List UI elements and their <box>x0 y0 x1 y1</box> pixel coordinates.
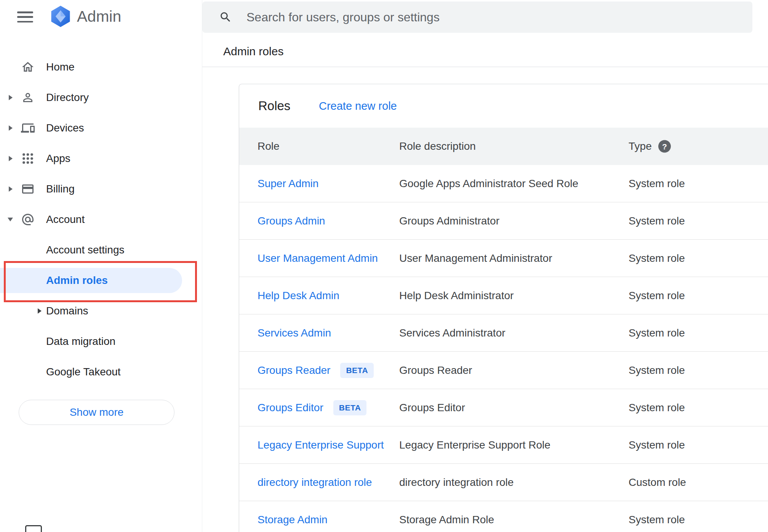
sidebar-item-admin-roles[interactable]: Admin roles <box>0 265 202 296</box>
role-description: Services Administrator <box>399 327 506 339</box>
sidebar-item-label: Account <box>46 213 85 226</box>
partial-bottom-icon <box>25 525 42 532</box>
chevron-right-icon <box>38 308 42 314</box>
role-type: System role <box>629 290 685 302</box>
role-description: Groups Reader <box>399 364 472 377</box>
role-link[interactable]: directory integration role <box>258 476 372 489</box>
role-description: Legacy Enterprise Support Role <box>399 439 550 451</box>
column-header-type: Type <box>629 140 652 152</box>
role-type: Custom role <box>629 476 686 489</box>
role-description: directory integration role <box>399 476 514 489</box>
sidebar-item-label: Apps <box>46 152 70 165</box>
role-type: System role <box>629 364 685 377</box>
help-icon[interactable] <box>658 140 671 153</box>
table-row: Groups EditorBETA Groups Editor System r… <box>239 389 768 426</box>
chevron-down-icon <box>8 218 13 221</box>
home-icon <box>21 60 35 74</box>
table-header-row: Role Role description Type <box>239 128 768 165</box>
role-description: Google Apps Administrator Seed Role <box>399 178 578 190</box>
sidebar-item-data-migration[interactable]: Data migration <box>0 326 202 357</box>
role-type: System role <box>629 178 685 190</box>
page-title: Admin roles <box>223 45 283 58</box>
column-header-description: Role description <box>399 140 476 152</box>
role-description: User Management Administrator <box>399 252 552 264</box>
role-link[interactable]: Groups Admin <box>258 215 325 227</box>
table-row: Legacy Enterprise Support Legacy Enterpr… <box>239 426 768 464</box>
table-row: Storage Admin Storage Admin Role System … <box>239 501 768 532</box>
role-description: Groups Editor <box>399 402 465 414</box>
hamburger-menu-button[interactable] <box>17 11 33 22</box>
role-link[interactable]: Help Desk Admin <box>258 290 339 302</box>
chevron-right-icon <box>9 95 13 100</box>
role-link[interactable]: Super Admin <box>258 178 318 190</box>
person-icon <box>21 91 35 104</box>
beta-badge: BETA <box>333 400 367 415</box>
sidebar: Admin Home Directory De <box>0 0 202 532</box>
search-input[interactable] <box>246 2 734 33</box>
role-type: System role <box>629 327 685 339</box>
menu-icon <box>17 11 33 13</box>
sidebar-item-google-takeout[interactable]: Google Takeout <box>0 357 202 387</box>
sidebar-header: Admin <box>0 0 202 34</box>
show-more-button[interactable]: Show more <box>19 400 174 425</box>
sidebar-item-devices[interactable]: Devices <box>0 113 202 143</box>
sidebar-item-label: Directory <box>46 91 89 104</box>
role-description: Storage Admin Role <box>399 514 494 526</box>
beta-badge: BETA <box>340 363 374 378</box>
at-sign-icon <box>21 213 35 226</box>
table-row: Help Desk Admin Help Desk Administrator … <box>239 277 768 314</box>
panel-title: Roles <box>258 99 290 113</box>
table-row: Groups ReaderBETA Groups Reader System r… <box>239 352 768 389</box>
table-row: Groups Admin Groups Administrator System… <box>239 202 768 240</box>
sidebar-item-label: Admin roles <box>46 274 108 287</box>
role-type: System role <box>629 402 685 414</box>
admin-logo-icon <box>48 4 73 29</box>
sidebar-item-label: Billing <box>46 183 75 195</box>
column-header-role: Role <box>258 140 280 152</box>
admin-console-screen: Admin Home Directory De <box>0 0 768 532</box>
role-link[interactable]: Groups Reader <box>258 364 330 377</box>
table-row: Services Admin Services Administrator Sy… <box>239 314 768 352</box>
sidebar-item-directory[interactable]: Directory <box>0 82 202 113</box>
create-new-role-link[interactable]: Create new role <box>319 100 397 112</box>
sidebar-item-label: Account settings <box>46 244 124 256</box>
sidebar-item-label: Google Takeout <box>46 366 121 378</box>
sidebar-item-label: Home <box>46 61 75 73</box>
search-bar <box>202 2 752 33</box>
roles-panel-header: Roles Create new role <box>239 84 768 128</box>
chevron-right-icon <box>9 186 13 192</box>
table-row: User Management Admin User Management Ad… <box>239 240 768 277</box>
chevron-right-icon <box>9 156 13 161</box>
sidebar-item-label: Domains <box>46 305 88 317</box>
sidebar-item-account-settings[interactable]: Account settings <box>0 235 202 265</box>
apps-grid-icon <box>21 152 35 165</box>
roles-panel: Roles Create new role Role Role descript… <box>239 84 768 532</box>
sidebar-item-billing[interactable]: Billing <box>0 174 202 204</box>
role-description: Help Desk Administrator <box>399 290 514 302</box>
role-link[interactable]: User Management Admin <box>258 252 378 264</box>
role-link[interactable]: Services Admin <box>258 327 331 339</box>
sidebar-item-label: Data migration <box>46 335 115 348</box>
table-row: Super Admin Google Apps Administrator Se… <box>239 165 768 202</box>
role-type: System role <box>629 252 685 264</box>
divider <box>202 67 768 67</box>
role-link[interactable]: Groups Editor <box>258 402 323 414</box>
role-type: System role <box>629 439 685 451</box>
sidebar-item-account[interactable]: Account <box>0 204 202 235</box>
sidebar-item-label: Devices <box>46 122 84 134</box>
devices-icon <box>21 121 35 135</box>
role-type: System role <box>629 514 685 526</box>
chevron-right-icon <box>9 125 13 131</box>
role-type: System role <box>629 215 685 227</box>
sidebar-item-domains[interactable]: Domains <box>0 296 202 326</box>
role-description: Groups Administrator <box>399 215 499 227</box>
credit-card-icon <box>21 182 35 196</box>
app-title: Admin <box>77 8 121 26</box>
sidebar-item-apps[interactable]: Apps <box>0 143 202 174</box>
table-row: directory integration role directory int… <box>239 464 768 501</box>
role-link[interactable]: Storage Admin <box>258 514 328 526</box>
role-link[interactable]: Legacy Enterprise Support <box>258 439 384 451</box>
search-icon <box>219 11 232 24</box>
sidebar-nav: Home Directory Devices <box>0 52 202 387</box>
sidebar-item-home[interactable]: Home <box>0 52 202 82</box>
